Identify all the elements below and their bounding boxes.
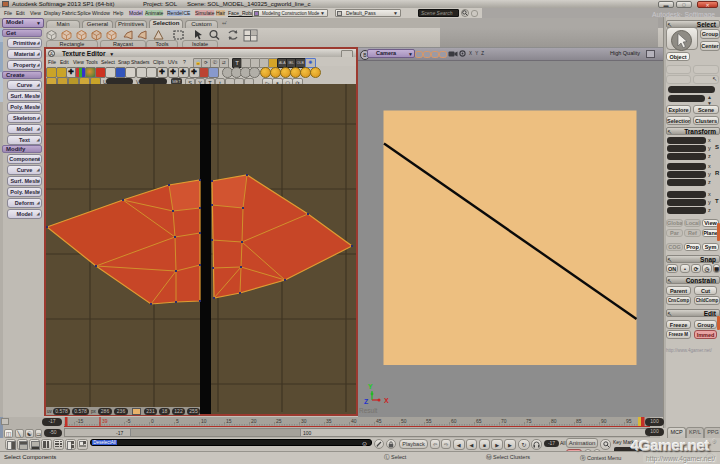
svg-text:39: 39 xyxy=(102,418,108,424)
svg-text:45: 45 xyxy=(376,418,382,424)
svg-text:40: 40 xyxy=(351,418,357,424)
svg-text:0: 0 xyxy=(151,418,154,424)
svg-text:-5: -5 xyxy=(126,418,131,424)
svg-text:75: 75 xyxy=(526,418,532,424)
svg-text:10: 10 xyxy=(201,418,207,424)
svg-text:5: 5 xyxy=(176,418,179,424)
svg-text:X: X xyxy=(384,397,389,404)
svg-text:Y: Y xyxy=(368,383,373,390)
svg-text:Z: Z xyxy=(364,398,369,405)
svg-text:35: 35 xyxy=(326,418,332,424)
svg-text:95: 95 xyxy=(626,418,632,424)
svg-text:85: 85 xyxy=(576,418,582,424)
svg-text:55: 55 xyxy=(426,418,432,424)
svg-text:90: 90 xyxy=(601,418,607,424)
svg-text:-15: -15 xyxy=(76,418,83,424)
svg-text:50: 50 xyxy=(401,418,407,424)
svg-text:15: 15 xyxy=(226,418,232,424)
svg-text:25: 25 xyxy=(276,418,282,424)
svg-text:70: 70 xyxy=(501,418,507,424)
svg-text:20: 20 xyxy=(251,418,257,424)
svg-text:65: 65 xyxy=(476,418,482,424)
svg-text:80: 80 xyxy=(551,418,557,424)
svg-text:60: 60 xyxy=(451,418,457,424)
svg-text:30: 30 xyxy=(301,418,307,424)
